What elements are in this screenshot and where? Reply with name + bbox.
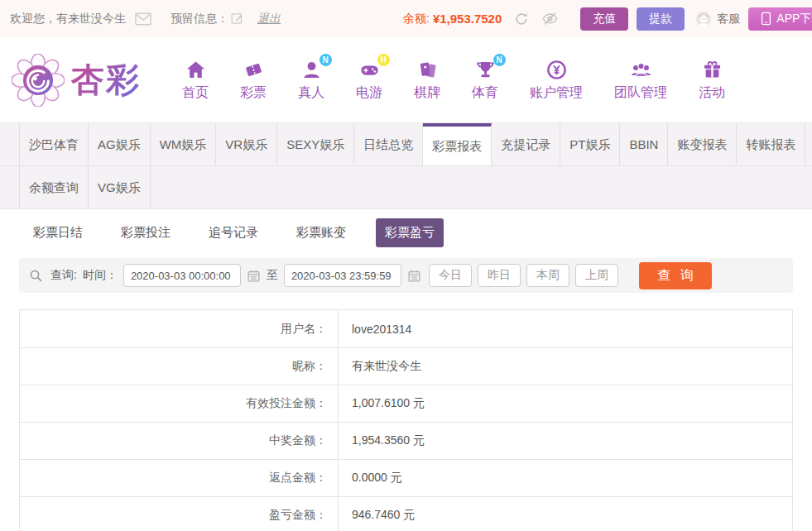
report-row: 中奖金额：1,954.3560 元: [20, 422, 792, 459]
main-nav: 首页彩票N真人H电游棋牌N体育账户管理团队管理活动: [182, 59, 725, 102]
eye-off-icon[interactable]: [541, 10, 559, 27]
nav-item[interactable]: 棋牌: [414, 59, 440, 102]
tab-row-1: 沙巴体育AG娱乐WM娱乐VR娱乐SEXY娱乐日结总览彩票报表充提记录PT娱乐BB…: [0, 123, 812, 166]
service-label: 客服: [717, 12, 740, 26]
nav-item-label: 团队管理: [614, 84, 667, 102]
nav-item[interactable]: 账户管理: [530, 59, 583, 102]
refresh-icon[interactable]: [513, 11, 530, 27]
report-row: 用户名：love201314: [20, 310, 792, 347]
query-label: 查询:: [50, 268, 77, 283]
logout-link[interactable]: 退出: [257, 12, 281, 26]
subtab-item[interactable]: 彩票账变: [288, 218, 354, 247]
balance-label: 余额:: [403, 12, 430, 26]
tab-item[interactable]: 彩票报表: [423, 123, 492, 165]
tab-row-2: 余额查询VG娱乐: [0, 166, 812, 208]
tab-item[interactable]: 转账报表: [737, 123, 805, 165]
tab-item[interactable]: 充提记录: [492, 123, 560, 165]
nav-item[interactable]: 彩票: [240, 59, 267, 102]
nav-item-label: 电游: [356, 84, 382, 102]
tab-item[interactable]: 余额查询: [19, 166, 89, 208]
customer-service-link[interactable]: 客服: [694, 10, 740, 28]
service-avatar-icon: [694, 10, 713, 28]
team-icon: [630, 59, 652, 82]
nav-item[interactable]: 活动: [699, 59, 725, 102]
nav-item[interactable]: H电游: [356, 59, 382, 102]
query-bar: 查询: 时间： 至 今日昨日本周上周 查 询: [19, 258, 793, 293]
tab-item[interactable]: WM娱乐: [151, 123, 217, 165]
report-row-label: 盈亏金额：: [20, 497, 339, 531]
query-submit-button[interactable]: 查 询: [639, 262, 712, 289]
report-row-value: 1,954.3560 元: [339, 423, 792, 459]
to-label: 至: [267, 268, 278, 283]
reserved-info-label: 预留信息：: [171, 12, 228, 26]
quick-date-button[interactable]: 本周: [526, 264, 569, 287]
search-icon: [29, 269, 43, 283]
calendar-icon[interactable]: [247, 269, 261, 283]
edit-icon[interactable]: [230, 12, 244, 26]
report-row-value: love201314: [339, 310, 792, 347]
subtab-item[interactable]: 追号记录: [200, 218, 267, 247]
nav-item[interactable]: N真人: [298, 59, 324, 102]
balance-value: ¥1,953.7520: [433, 12, 502, 26]
tabbar: 沙巴体育AG娱乐WM娱乐VR娱乐SEXY娱乐日结总览彩票报表充提记录PT娱乐BB…: [0, 122, 812, 209]
nav-item[interactable]: N体育: [472, 59, 498, 102]
tab-item[interactable]: AG娱乐: [89, 123, 151, 165]
page: 欢迎您，有来世没今生 预留信息： 退出 余额: ¥1,953.7520 充值 提…: [0, 0, 812, 531]
brand-logo[interactable]: 杏彩: [12, 54, 141, 107]
sports-icon: N: [474, 59, 497, 82]
home-icon: [185, 59, 207, 82]
withdraw-button[interactable]: 提款: [637, 7, 685, 31]
report-row-value: 有来世没今生: [339, 348, 792, 385]
subtab-item[interactable]: 彩票日结: [25, 218, 91, 247]
nav-item-label: 首页: [182, 84, 209, 102]
nav-badge: N: [320, 54, 332, 66]
lottery-icon: [243, 59, 265, 82]
topbar: 欢迎您，有来世没今生 预留信息： 退出 余额: ¥1,953.7520 充值 提…: [0, 0, 812, 37]
report-row-label: 用户名：: [20, 310, 339, 347]
tab-item[interactable]: VG娱乐: [89, 166, 151, 208]
topbar-left: 欢迎您，有来世没今生 预留信息： 退出: [10, 0, 281, 37]
start-time-input[interactable]: [123, 264, 241, 287]
deposit-button[interactable]: 充值: [580, 7, 628, 31]
subtab-item[interactable]: 彩票投注: [113, 218, 179, 247]
report-row-label: 中奖金额：: [20, 423, 339, 459]
calendar-icon[interactable]: [407, 269, 421, 283]
subtab-item[interactable]: 彩票盈亏: [376, 218, 444, 247]
report-row-value: 0.0000 元: [339, 460, 792, 496]
activity-icon: [701, 59, 723, 82]
account-icon: [545, 59, 568, 82]
message-envelope-icon[interactable]: [134, 12, 152, 26]
nav-item-label: 真人: [298, 84, 324, 102]
report-row-label: 昵称：: [20, 348, 339, 385]
phone-icon: [761, 12, 771, 26]
brand-name: 杏彩: [71, 57, 141, 103]
report-row: 盈亏金额：946.7460 元: [20, 496, 792, 531]
nav-item[interactable]: 首页: [182, 59, 209, 102]
tab-item[interactable]: 账变报表: [668, 123, 737, 165]
tab-item[interactable]: SEXY娱乐: [277, 123, 354, 165]
tab-item[interactable]: 沙巴体育: [19, 123, 89, 165]
quick-date-button[interactable]: 今日: [429, 264, 472, 287]
nav-badge: H: [377, 54, 390, 66]
quick-date-button[interactable]: 上周: [575, 264, 618, 287]
end-time-input[interactable]: [284, 264, 401, 287]
tab-item[interactable]: PT娱乐: [560, 123, 620, 165]
app-download-button[interactable]: APP下载: [748, 7, 812, 31]
nav-item-label: 彩票: [240, 84, 267, 102]
nav-item[interactable]: 团队管理: [614, 59, 667, 102]
nav-item-label: 活动: [699, 84, 725, 102]
tab-item[interactable]: 日结总览: [354, 123, 423, 165]
quick-date-button[interactable]: 昨日: [478, 264, 521, 287]
report-row: 昵称：有来世没今生: [20, 347, 792, 385]
report-row-label: 返点金额：: [20, 460, 339, 496]
chess-icon: [416, 59, 439, 82]
site-header: 杏彩 首页彩票N真人H电游棋牌N体育账户管理团队管理活动: [0, 37, 812, 122]
welcome-text: 欢迎您，有来世没今生: [10, 12, 126, 26]
tab-item[interactable]: BBIN: [620, 123, 668, 165]
topbar-right: 余额: ¥1,953.7520 充值 提款 客服 APP下载: [403, 0, 812, 37]
nav-item-label: 账户管理: [530, 84, 583, 102]
tab-item[interactable]: VR娱乐: [216, 123, 277, 165]
time-label: 时间：: [83, 268, 118, 283]
nav-item-label: 棋牌: [414, 84, 440, 102]
nav-badge: N: [493, 54, 506, 66]
